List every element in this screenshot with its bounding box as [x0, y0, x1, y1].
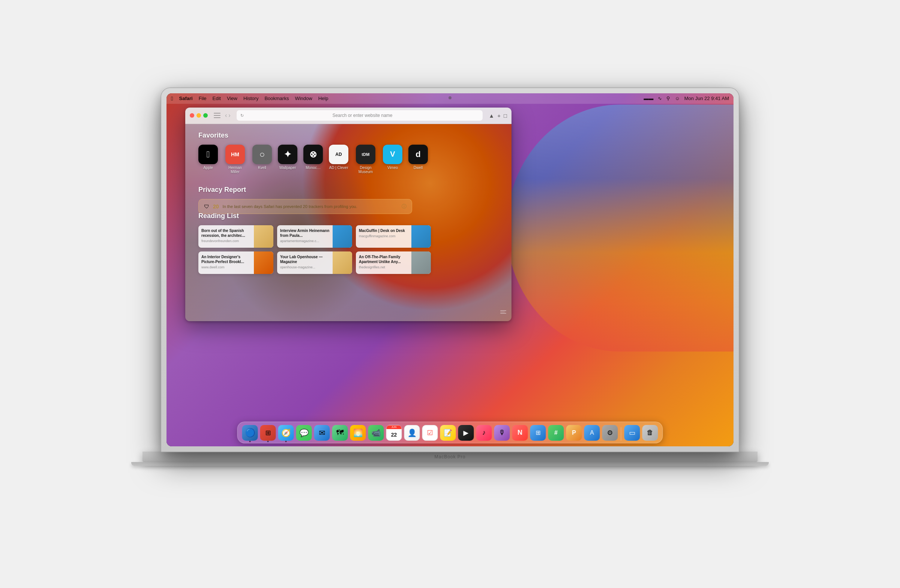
dock-maps[interactable]: 🗺	[332, 425, 348, 441]
share-button[interactable]: ▲	[489, 113, 494, 119]
reading-thumb-2	[333, 225, 352, 248]
scroll-lines	[500, 310, 506, 314]
dock-facetime[interactable]: 📹	[368, 425, 384, 441]
dock-contacts[interactable]: 👤	[404, 425, 420, 441]
datetime-display: Mon Jun 22 9:41 AM	[684, 96, 729, 101]
reading-item-3[interactable]: MacGuffin | Desk on Desk macguffinmagazi…	[356, 225, 431, 248]
dock-music[interactable]: ♪	[476, 425, 492, 441]
dock-news[interactable]: N	[512, 425, 528, 441]
dock-photos[interactable]: 🌅	[350, 425, 366, 441]
search-icon[interactable]: ⚲	[666, 96, 670, 101]
dock-messages[interactable]: 💬	[296, 425, 312, 441]
close-button[interactable]	[190, 113, 194, 118]
address-bar[interactable]: ↻ Search or enter website name	[237, 110, 483, 121]
dock-mail[interactable]: ✉	[314, 425, 330, 441]
scroll-line-1	[500, 310, 506, 311]
reading-item-4[interactable]: An Interior Designer's Picture-Perfect B…	[199, 251, 273, 274]
reading-item-6[interactable]: An Off-The-Plan Family Apartment Unlike …	[356, 251, 431, 274]
notes-icon: 📝	[444, 429, 452, 437]
dock-tv[interactable]: ▶	[458, 425, 474, 441]
new-tab-button[interactable]: +	[497, 113, 501, 119]
vimeo-favicon: V	[383, 145, 402, 164]
menu-history[interactable]: History	[244, 96, 258, 101]
reading-item-1[interactable]: Born out of the Spanish recession, the a…	[199, 225, 273, 248]
dock-appstore[interactable]: A	[584, 425, 600, 441]
vimeo-label: Vimeo	[387, 166, 398, 170]
menu-edit[interactable]: Edit	[213, 96, 221, 101]
calendar-day: 22	[391, 429, 397, 440]
menu-view[interactable]: View	[227, 96, 237, 101]
reading-thumb-4	[254, 251, 273, 274]
appstore-icon: A	[590, 430, 594, 436]
reading-text-6: An Off-The-Plan Family Apartment Unlike …	[356, 251, 411, 274]
privacy-bar[interactable]: 🛡 20 In the last seven days Safari has p…	[199, 199, 412, 214]
privacy-info-icon[interactable]: ⓘ	[402, 203, 407, 210]
menu-bookmarks[interactable]: Bookmarks	[264, 96, 289, 101]
favorite-design-museum[interactable]: tDM Design Museum	[354, 145, 377, 174]
wallpaper-label: Wallpaper	[279, 166, 296, 170]
menu-file[interactable]: File	[199, 96, 206, 101]
menu-window[interactable]: Window	[295, 96, 312, 101]
favorite-dwell[interactable]: d Dwell	[408, 145, 428, 170]
numbers-icon: #	[554, 430, 558, 436]
reading-item-2[interactable]: Interview Armin Heinemann from Paula... …	[277, 225, 352, 248]
favorite-vimeo[interactable]: V Vimeo	[383, 145, 402, 170]
maximize-button[interactable]	[203, 113, 208, 118]
trash-icon: 🗑	[647, 429, 653, 436]
dock-separator	[621, 427, 621, 441]
reading-text-1: Born out of the Spanish recession, the a…	[199, 225, 254, 248]
macos-desktop:  Safari File Edit View History Bookmark…	[166, 93, 734, 446]
reading-thumb-6	[411, 251, 431, 274]
macbook-hinge	[131, 462, 769, 466]
dock-finder[interactable]: 🔵	[242, 425, 258, 441]
apple-menu-icon[interactable]: 	[171, 95, 173, 102]
reading-item-5[interactable]: Your Lab Openhouse — Magazine openhouse-…	[277, 251, 352, 274]
battery-icon: ▬▬	[644, 96, 653, 101]
apple-label: Apple	[203, 166, 213, 170]
reading-text-4: An Interior Designer's Picture-Perfect B…	[199, 251, 254, 274]
dock-safari[interactable]: 🧭	[278, 425, 294, 441]
reading-title-5: Your Lab Openhouse — Magazine	[280, 254, 330, 264]
favorite-apple[interactable]:  Apple	[199, 145, 218, 170]
menu-help[interactable]: Help	[318, 96, 329, 101]
messages-icon: 💬	[299, 429, 309, 437]
minimize-button[interactable]	[197, 113, 201, 118]
dock-notes[interactable]: 📝	[440, 425, 456, 441]
podcasts-icon: 🎙	[499, 429, 506, 436]
dock-podcasts[interactable]: 🎙	[494, 425, 510, 441]
mb-icon: ⊞	[535, 429, 540, 436]
extensions-button[interactable]: □	[504, 113, 507, 119]
monocle-favicon: ⊗	[303, 145, 323, 164]
favorite-herman-miller[interactable]: HM Herman Miller	[224, 145, 247, 174]
dock-finder-window[interactable]: ▭	[624, 425, 640, 441]
nav-buttons: ‹ ›	[225, 112, 231, 119]
refresh-icon: ↻	[241, 113, 244, 118]
favorite-ad[interactable]: AD AD | Clever	[329, 145, 348, 170]
menu-app-name[interactable]: Safari	[179, 96, 192, 101]
favorite-wallpaper[interactable]: ✦ Wallpaper	[278, 145, 297, 170]
sidebar-toggle-button[interactable]	[214, 113, 220, 118]
macbook-lid:  Safari File Edit View History Bookmark…	[161, 88, 739, 452]
dock-calendar[interactable]: JUN 22	[386, 425, 402, 441]
user-icon[interactable]: ☺	[675, 96, 680, 101]
traffic-lights	[190, 113, 208, 118]
kvell-label: Kvell	[258, 166, 266, 170]
favorite-kvell[interactable]: ○ Kvell	[252, 145, 272, 170]
privacy-message: In the last seven days Safari has preven…	[223, 204, 398, 209]
back-button[interactable]: ‹	[225, 112, 227, 119]
dock-numbers[interactable]: #	[548, 425, 564, 441]
wifi-icon[interactable]: ∿	[658, 96, 662, 101]
dock-pages[interactable]: P	[566, 425, 582, 441]
forward-button[interactable]: ›	[228, 112, 230, 119]
dock-system-prefs[interactable]: ⚙	[602, 425, 618, 441]
reading-grid: Born out of the Spanish recession, the a…	[199, 225, 431, 274]
dock-launchpad[interactable]: ⊞	[260, 425, 276, 441]
favorite-monocle[interactable]: ⊗ Monoc…	[303, 145, 323, 170]
dock-mb[interactable]: ⊞	[530, 425, 546, 441]
shield-icon: 🛡	[204, 204, 209, 209]
dock-reminders[interactable]: ☑	[422, 425, 438, 441]
address-input[interactable]: Search or enter website name	[246, 113, 479, 118]
privacy-section: Privacy Report 🛡 20 In the last seven da…	[199, 186, 412, 214]
dock-trash[interactable]: 🗑	[642, 425, 658, 441]
privacy-count: 20	[213, 204, 219, 209]
